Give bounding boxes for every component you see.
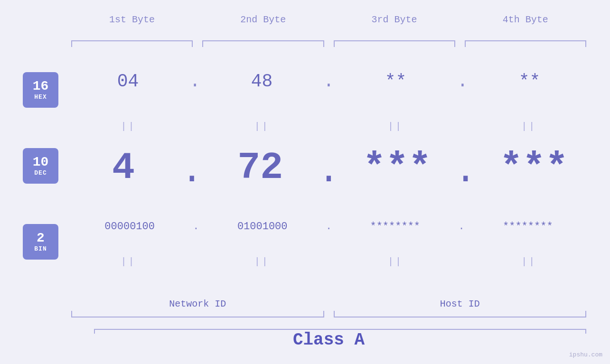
dec-b1: 4: [66, 146, 180, 189]
hex-sep-3: .: [457, 71, 468, 92]
dec-sep-2: .: [317, 145, 340, 190]
hex-badge-num: 16: [33, 79, 49, 94]
hex-b4: **: [468, 71, 591, 92]
dec-badge-label: DEC: [34, 169, 47, 177]
dec-b4: ***: [477, 146, 591, 189]
equals-hex-dec: || || || ||: [66, 121, 591, 132]
bracket-3: [334, 40, 455, 47]
bin-sep-2: .: [326, 221, 332, 233]
dec-b2: 72: [203, 146, 317, 189]
hex-b2: 48: [200, 71, 323, 92]
bin-badge-label: BIN: [34, 245, 47, 252]
bin-b4: ********: [465, 221, 591, 233]
dec-sep-1: .: [180, 145, 203, 190]
bin-row: 00000100 . 01001000 . ******** . *******…: [66, 221, 591, 233]
hex-b3: **: [334, 71, 457, 92]
col-header-1: 1st Byte: [66, 14, 197, 25]
eq3: ||: [334, 121, 458, 132]
eq7: ||: [334, 256, 458, 267]
eq5: ||: [66, 256, 190, 267]
dec-badge-num: 10: [33, 155, 49, 170]
hex-sep-2: .: [323, 71, 334, 92]
network-id-label: Network ID: [66, 299, 329, 309]
hex-b1: 04: [66, 71, 189, 92]
bin-b1: 00000100: [66, 221, 193, 233]
eq6: ||: [200, 256, 324, 267]
watermark: ipshu.com: [569, 351, 602, 358]
rows-area: 04 . 48 . ** . ** || || || || 4 . 72 . *…: [66, 52, 591, 336]
bin-b2: 01001000: [199, 221, 326, 233]
col-header-2: 2nd Byte: [197, 14, 328, 25]
dec-b3: ***: [340, 146, 454, 189]
network-bracket: [71, 311, 324, 317]
dec-sep-3: .: [454, 145, 477, 190]
dec-badge: 10 DEC: [23, 148, 58, 184]
bin-badge-num: 2: [37, 231, 45, 246]
eq8: ||: [467, 256, 591, 267]
bin-badge: 2 BIN: [23, 224, 58, 260]
col-header-3: 3rd Byte: [329, 14, 460, 25]
hex-badge-label: HEX: [34, 93, 47, 101]
hex-sep-1: .: [189, 71, 200, 92]
top-bracket-row: [66, 40, 591, 47]
host-bracket: [334, 311, 587, 317]
outer-bottom-bracket: [94, 329, 586, 330]
bracket-4: [465, 40, 586, 47]
hex-row: 04 . 48 . ** . **: [66, 71, 591, 92]
bracket-2: [202, 40, 324, 47]
bottom-bracket-row: [66, 311, 591, 317]
bracket-1: [71, 40, 193, 47]
equals-dec-bin: || || || ||: [66, 256, 591, 267]
eq4: ||: [467, 121, 591, 132]
eq2: ||: [200, 121, 324, 132]
bin-b3: ********: [332, 221, 458, 233]
col-header-4: 4th Byte: [460, 14, 591, 25]
main-container: 16 HEX 10 DEC 2 BIN 1st Byte 2nd Byte 3r…: [0, 0, 610, 364]
id-labels: Network ID Host ID: [66, 299, 591, 309]
class-label: Class A: [66, 330, 591, 350]
eq1: ||: [66, 121, 190, 132]
bin-sep-3: .: [458, 221, 464, 233]
bin-sep-1: .: [193, 221, 199, 233]
hex-badge: 16 HEX: [23, 72, 58, 108]
host-id-label: Host ID: [329, 299, 591, 309]
dec-row: 4 . 72 . *** . ***: [66, 145, 591, 190]
column-headers: 1st Byte 2nd Byte 3rd Byte 4th Byte: [66, 14, 591, 25]
